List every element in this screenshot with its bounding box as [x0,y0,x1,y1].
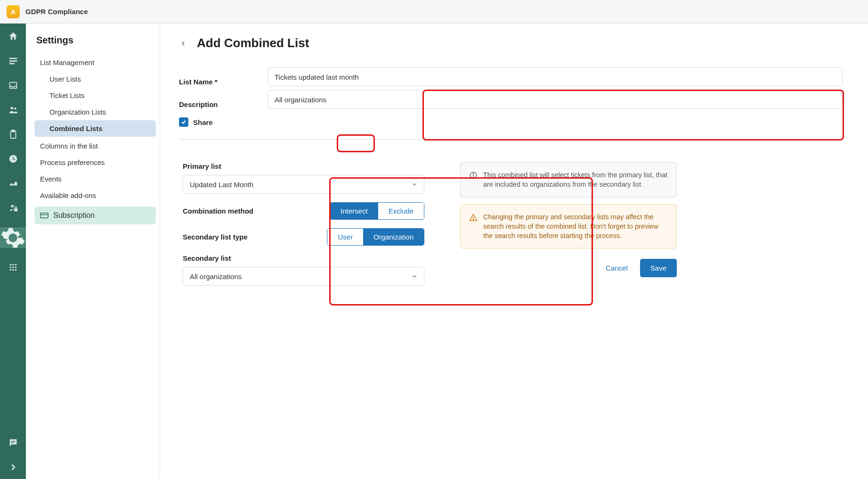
chevron-left-icon [179,40,187,47]
sidebar-item-columns[interactable]: Columns in the list [34,138,156,154]
label-share: Share [193,118,213,126]
annotation-highlight [337,134,375,152]
page-title: Add Combined List [197,36,309,50]
svg-point-6 [14,107,16,110]
svg-point-13 [12,264,14,266]
back-button[interactable] [177,37,189,50]
svg-point-17 [15,266,16,268]
check-icon [181,119,187,125]
svg-rect-11 [14,208,17,211]
svg-point-27 [473,173,474,174]
settings-sidebar: Settings List Management User Lists Tick… [26,24,160,479]
list-name-input[interactable] [268,67,843,86]
warning-box: Changing the primary and secondary lists… [460,204,677,249]
sidebar-heading: Settings [36,35,156,46]
app-logo [7,5,20,18]
svg-point-29 [473,219,474,220]
share-checkbox-row[interactable]: Share [179,117,259,127]
svg-point-10 [11,205,14,208]
svg-rect-1 [9,58,17,59]
svg-point-16 [12,266,14,268]
svg-rect-23 [41,213,49,218]
clock-icon[interactable] [8,154,18,164]
label-combination-method: Combination method [183,207,253,215]
sidebar-item-combined-lists[interactable]: Combined Lists [34,120,156,137]
grid-icon[interactable] [8,262,18,273]
info-box: This combined list will select tickets f… [460,162,677,198]
sidebar-item-process-prefs[interactable]: Process preferences [34,154,156,171]
info-text: This combined list will select tickets f… [483,170,668,190]
label-secondary-list: Secondary list [183,254,424,262]
toggle-organization[interactable]: Organization [363,229,424,245]
svg-point-18 [9,269,11,271]
label-secondary-list-type: Secondary list type [183,233,248,241]
toggle-user[interactable]: User [327,229,363,245]
list-icon[interactable] [8,56,18,66]
lock-user-icon[interactable] [8,203,18,213]
main-content: Add Combined List List Name * Descriptio… [160,24,868,479]
svg-point-20 [15,269,16,271]
clipboard-icon[interactable] [8,129,18,140]
combination-settings: Primary list Updated Last Month Combinat… [179,152,432,296]
secondary-list-select[interactable]: All organizations [183,267,424,286]
cancel-button[interactable]: Cancel [602,259,632,277]
sidebar-item-addons[interactable]: Available add-ons [34,187,156,204]
secondary-type-toggle: User Organization [327,228,424,246]
sidebar-item-org-lists[interactable]: Organization Lists [34,104,156,120]
toggle-exclude[interactable]: Exclude [378,203,424,219]
chart-icon[interactable] [8,178,18,189]
card-icon [40,212,49,219]
label-description: Description [179,93,259,116]
save-button[interactable]: Save [640,259,677,277]
app-title: GDPR Compliance [25,8,88,16]
label-primary-list: Primary list [183,162,424,170]
home-icon[interactable] [8,31,18,41]
svg-rect-2 [9,60,17,62]
divider [179,139,843,140]
gear-icon[interactable] [0,227,26,248]
svg-rect-3 [9,63,14,65]
combination-method-toggle: Intersect Exclude [330,202,424,220]
svg-rect-8 [12,130,15,132]
sidebar-item-events[interactable]: Events [34,171,156,187]
share-checkbox[interactable] [179,117,188,127]
svg-point-14 [15,264,16,266]
svg-point-0 [12,10,14,12]
users-icon[interactable] [8,105,18,115]
sidebar-item-ticket-lists[interactable]: Ticket Lists [34,87,156,104]
description-input[interactable] [268,90,843,109]
sidebar-item-list-management[interactable]: List Management [34,54,156,71]
svg-point-5 [10,107,13,110]
top-header: GDPR Compliance [0,0,868,24]
sidebar-item-subscription[interactable]: Subscription [34,206,156,224]
svg-point-15 [9,266,11,268]
nav-rail [0,24,26,479]
svg-rect-21 [11,441,15,441]
svg-point-12 [9,264,11,266]
chevron-right-icon[interactable] [8,462,18,472]
info-icon [469,171,478,180]
svg-rect-22 [11,442,14,443]
warning-icon [469,213,478,222]
sidebar-item-user-lists[interactable]: User Lists [34,71,156,87]
svg-point-19 [12,269,14,271]
label-list-name: List Name * [179,70,259,93]
inbox-icon[interactable] [8,80,18,91]
sidebar-item-label: Subscription [53,211,95,220]
warning-text: Changing the primary and secondary lists… [483,212,668,241]
primary-list-select[interactable]: Updated Last Month [183,175,424,194]
toggle-intersect[interactable]: Intersect [330,203,378,219]
chat-icon[interactable] [8,438,18,448]
